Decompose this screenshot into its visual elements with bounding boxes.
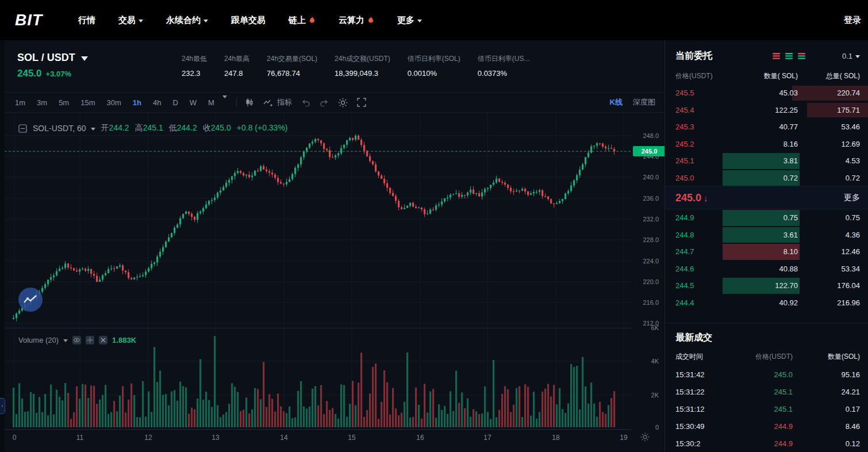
price-cell: 245.1 xyxy=(675,156,731,165)
chart-settings-button[interactable] xyxy=(338,98,348,108)
orderbook-column-headers: 价格(USDT) 数量( SOL) 总量( SOL) xyxy=(665,67,868,85)
axis-settings-button[interactable] xyxy=(640,432,650,444)
volume-axis-label: 2K xyxy=(651,392,659,399)
orderbook-mode-bids[interactable] xyxy=(785,52,793,60)
legend-symbol[interactable]: SOL-USDT, 60 xyxy=(33,124,95,133)
stat-label: 借币日利率(SOL) xyxy=(408,54,460,64)
ask-row-3[interactable]: 245.28.1612.69 xyxy=(665,136,868,153)
asks-list: 245.545.03220.74245.4122.25175.71245.340… xyxy=(665,85,868,186)
nav-item-label: 跟单交易 xyxy=(231,15,266,26)
brand-logo[interactable]: BIT xyxy=(15,11,43,29)
current-price-tag: 245.0 xyxy=(633,146,665,156)
trades-column-headers: 成交时间 价格(USDT) 数量(SOL) xyxy=(665,347,868,366)
indicator-button[interactable]: 指标 xyxy=(263,97,292,108)
chart-panel: SOL / USDT 245.0 +3.07% 24h最低232.324h最高2… xyxy=(5,40,665,452)
volume-axis-label: 4K xyxy=(651,358,659,365)
stat-label: 借币日利率(US... xyxy=(478,54,530,64)
orderbook-mode-both[interactable] xyxy=(798,52,805,60)
kline-tab[interactable]: K线 xyxy=(610,97,623,108)
nav-item-链上[interactable]: 链上 xyxy=(289,15,316,26)
timeframe-1m[interactable]: 1m xyxy=(14,97,26,108)
bid-row-4[interactable]: 244.5122.70176.04 xyxy=(665,277,868,294)
trade-row-2: 15:31:12245.10.17 xyxy=(665,400,868,417)
stat-value: 0.0010% xyxy=(408,69,460,78)
qty-cell: 8.10 xyxy=(731,247,798,256)
timeframe-5m[interactable]: 5m xyxy=(57,97,70,108)
depth-tab[interactable]: 深度图 xyxy=(633,97,655,108)
qty-cell: 122.70 xyxy=(731,281,798,290)
redo-button[interactable] xyxy=(320,99,329,106)
pair-selector[interactable]: SOL / USDT xyxy=(17,52,182,64)
timeframe-4h[interactable]: 4h xyxy=(152,97,162,108)
total-cell: 4.36 xyxy=(798,231,860,239)
volume-label[interactable]: Volume (20) xyxy=(18,336,59,344)
bid-row-0[interactable]: 244.90.750.75 xyxy=(665,209,868,227)
ask-row-1[interactable]: 245.4122.25175.71 xyxy=(665,102,868,119)
volume-settings-button[interactable] xyxy=(86,336,94,344)
trades-list: 15:31:42245.095.1615:31:22245.124.2115:3… xyxy=(665,366,868,452)
timeframe-15m[interactable]: 15m xyxy=(79,97,96,108)
total-cell: 12.46 xyxy=(798,247,860,256)
chevron-down-icon xyxy=(91,128,95,131)
price-axis-label: 248.0 xyxy=(643,132,659,139)
nav-item-label: 交易 xyxy=(118,15,136,26)
nav-item-label: 更多 xyxy=(397,15,414,26)
total-cell: 0.72 xyxy=(798,174,860,182)
qty-cell: 40.77 xyxy=(731,122,798,131)
time-axis-label: 18 xyxy=(552,434,559,442)
bid-row-3[interactable]: 244.640.8853.34 xyxy=(665,261,868,278)
price-axis-label: 220.0 xyxy=(643,278,659,285)
undo-button[interactable] xyxy=(301,99,310,106)
chevron-down-icon xyxy=(203,20,208,22)
timeframe-M[interactable]: M xyxy=(207,97,216,108)
qty-cell: 40.92 xyxy=(731,298,798,307)
qty-cell: 0.72 xyxy=(731,174,798,182)
ask-row-2[interactable]: 245.340.7753.46 xyxy=(665,118,868,136)
candlestick-chart[interactable]: SOL-USDT, 60 开244.2 高245.1 低244.2 收245.0… xyxy=(5,113,665,452)
nav-item-永续合约[interactable]: 永续合约 xyxy=(166,15,208,26)
nav-item-更多[interactable]: 更多 xyxy=(397,15,422,26)
timeframe-1h[interactable]: 1h xyxy=(132,97,143,108)
volume-axis-label: 6K xyxy=(651,324,659,331)
ohlc-change: +0.8 (+0.33%) xyxy=(237,123,288,133)
timeframe-W[interactable]: W xyxy=(189,97,198,108)
time-axis-label: 0 xyxy=(13,434,17,442)
timeframe-30m[interactable]: 30m xyxy=(105,97,122,108)
volume-close-button[interactable] xyxy=(99,336,107,344)
ticker-stats: 24h最低232.324h最高247.824h交易量(SOL)76,678.74… xyxy=(182,40,529,78)
mark-price[interactable]: 245.0 ↓ xyxy=(675,192,708,204)
nav-item-云算力[interactable]: 云算力 xyxy=(339,15,374,26)
timeframe-D[interactable]: D xyxy=(171,97,179,108)
fullscreen-button[interactable] xyxy=(357,98,366,107)
bid-row-2[interactable]: 244.78.1012.46 xyxy=(665,243,868,261)
more-link[interactable]: 更多 xyxy=(844,193,860,203)
nav-item-交易[interactable]: 交易 xyxy=(118,15,143,26)
orderbook-mode-switch xyxy=(773,52,805,60)
login-button[interactable]: 登录 xyxy=(844,15,861,26)
bid-row-5[interactable]: 244.440.92216.96 xyxy=(665,294,868,312)
timeframe-more[interactable] xyxy=(221,97,228,108)
toolbar-divider xyxy=(236,98,237,107)
trade-price: 244.9 xyxy=(738,422,793,431)
orderbook-mode-asks[interactable] xyxy=(773,52,780,60)
trade-qty: 8.46 xyxy=(793,422,860,431)
legend-collapse-icon[interactable] xyxy=(18,124,27,133)
trade-price: 244.9 xyxy=(738,439,793,448)
candle-style-button[interactable] xyxy=(245,98,254,107)
candlestick-icon xyxy=(245,98,254,107)
ask-row-4[interactable]: 245.13.814.53 xyxy=(665,152,868,170)
qty-cell: 40.88 xyxy=(731,265,798,273)
volume-axis-label: 0 xyxy=(655,424,659,431)
ask-row-0[interactable]: 245.545.03220.74 xyxy=(665,85,868,102)
total-cell: 220.74 xyxy=(798,89,860,97)
nav-item-跟单交易[interactable]: 跟单交易 xyxy=(231,15,266,26)
precision-selector[interactable]: 0.1 xyxy=(842,52,860,60)
qty-cell: 122.25 xyxy=(731,106,798,114)
volume-visibility-button[interactable] xyxy=(72,336,81,344)
bid-row-1[interactable]: 244.83.614.36 xyxy=(665,227,868,244)
timeframe-3m[interactable]: 3m xyxy=(36,97,48,108)
price-line: 245.0 +3.07% xyxy=(17,68,182,79)
nav-item-行情[interactable]: 行情 xyxy=(78,15,95,26)
ask-row-5[interactable]: 245.00.720.72 xyxy=(665,170,868,187)
chart-canvas[interactable] xyxy=(5,113,631,430)
